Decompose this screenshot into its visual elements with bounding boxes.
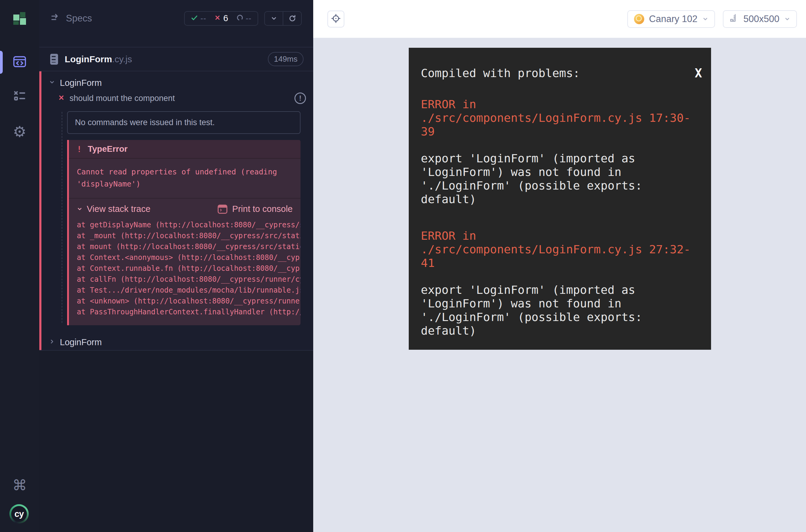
sidebar-item-specs[interactable] bbox=[0, 48, 39, 77]
test-title: should mount the component bbox=[70, 94, 175, 103]
suite-label: LoginForm bbox=[60, 78, 102, 88]
panel-empty-area bbox=[39, 350, 313, 532]
stat-failed: 6 bbox=[214, 13, 228, 23]
webpack-error-overlay: Compiled with problems: X ERROR in ./src… bbox=[409, 48, 711, 350]
passed-count: -- bbox=[201, 14, 206, 23]
spec-duration-badge: 149ms bbox=[268, 52, 303, 66]
suite-row-loginform-collapsed[interactable]: LoginForm bbox=[39, 334, 313, 350]
stack-frame[interactable]: at PassThroughHandlerContext.finallyHand… bbox=[77, 306, 301, 317]
pending-circle-icon bbox=[237, 14, 243, 22]
stack-frame[interactable]: at Context.runnable.fn (http://localhost… bbox=[77, 263, 301, 274]
logo-square bbox=[20, 12, 25, 18]
console-icon bbox=[218, 205, 227, 214]
stat-pending: -- bbox=[237, 14, 251, 23]
spec-file-row[interactable]: LoginForm.cy.js 149ms bbox=[39, 48, 313, 71]
no-commands-text: No commands were issued in this test. bbox=[75, 118, 215, 127]
browser-label: Canary 102 bbox=[649, 14, 697, 24]
suite-row-loginform[interactable]: LoginForm bbox=[39, 75, 313, 91]
cy-logo-text: cy bbox=[11, 506, 27, 522]
logo-square bbox=[13, 15, 19, 21]
stack-frame[interactable]: at <unknown> (http://localhost:8080/__cy… bbox=[77, 296, 301, 306]
app-window: ⚙ ⌘ cy Specs bbox=[0, 0, 806, 532]
compile-error: ERROR in ./src/components/LoginForm.cy.j… bbox=[421, 98, 702, 206]
view-stack-trace-toggle[interactable]: View stack trace bbox=[77, 204, 151, 214]
spec-file-ext: .cy.js bbox=[112, 54, 132, 64]
code-window-icon bbox=[13, 55, 26, 69]
ruler-icon bbox=[730, 13, 738, 25]
compile-error-location: ERROR in ./src/components/LoginForm.cy.j… bbox=[421, 98, 702, 138]
chevron-down-icon bbox=[49, 79, 55, 87]
pending-count: -- bbox=[246, 14, 251, 23]
error-bang-icon: ! bbox=[77, 145, 82, 154]
crosshair-icon bbox=[331, 13, 341, 25]
overlay-close-button[interactable]: X bbox=[695, 66, 702, 80]
failed-suite-region: LoginForm should mount the component ! N… bbox=[39, 71, 313, 350]
stack-frame[interactable]: at _mount (http://localhost:8080/__cypre… bbox=[77, 230, 301, 241]
spec-file-name: LoginForm.cy.js bbox=[65, 54, 132, 64]
error-info-toggle[interactable]: ! bbox=[295, 93, 306, 104]
selector-playground-button[interactable] bbox=[327, 11, 344, 27]
stack-frame[interactable]: at Test.../driver/node_modules/mocha/lib… bbox=[77, 285, 301, 296]
chevron-down-icon bbox=[702, 14, 708, 24]
error-message: Cannot read properties of undefined (rea… bbox=[69, 159, 301, 198]
fail-x-icon bbox=[58, 94, 65, 102]
run-stats[interactable]: -- 6 -- bbox=[184, 11, 258, 26]
spec-switch-icon bbox=[50, 13, 60, 24]
print-to-console-label: Print to console bbox=[232, 204, 293, 214]
failed-count: 6 bbox=[223, 13, 228, 23]
runner-topbar: Canary 102 500x500 bbox=[313, 0, 806, 38]
command-icon: ⌘ bbox=[13, 478, 27, 493]
viewport-select-button[interactable]: 500x500 bbox=[723, 10, 797, 28]
error-panel: ! TypeError Cannot read properties of un… bbox=[67, 140, 301, 325]
header-buttons bbox=[264, 11, 302, 26]
error-controls: View stack trace Print to console bbox=[69, 198, 301, 218]
chevron-right-icon bbox=[49, 339, 55, 346]
active-indicator bbox=[0, 51, 3, 74]
sidebar-item-settings[interactable]: ⚙ bbox=[0, 117, 39, 146]
view-stack-trace-label: View stack trace bbox=[87, 204, 151, 214]
stack-frame[interactable]: at callFn (http://localhost:8080/__cypre… bbox=[77, 274, 301, 285]
check-icon bbox=[191, 14, 198, 23]
stack-frame[interactable]: at mount (http://localhost:8080/__cypres… bbox=[77, 241, 301, 252]
error-header: ! TypeError bbox=[69, 140, 301, 159]
compile-error-message: export 'LoginForm' (imported as 'LoginFo… bbox=[421, 152, 702, 206]
keyboard-shortcuts-button[interactable]: ⌘ bbox=[0, 471, 39, 500]
stack-trace: at getDisplayName (http://localhost:8080… bbox=[69, 218, 301, 325]
logo-square bbox=[13, 21, 19, 25]
compile-error-message: export 'LoginForm' (imported as 'LoginFo… bbox=[421, 283, 702, 338]
spec-file-icon bbox=[50, 54, 58, 65]
compile-error-location: ERROR in ./src/components/LoginForm.cy.j… bbox=[421, 229, 702, 270]
test-row-failed[interactable]: should mount the component ! bbox=[39, 91, 313, 106]
stack-frame[interactable]: at getDisplayName (http://localhost:8080… bbox=[77, 220, 301, 230]
viewport-label: 500x500 bbox=[744, 14, 780, 24]
fail-x-icon bbox=[214, 15, 221, 22]
no-commands-box: No commands were issued in this test. bbox=[67, 111, 301, 134]
logo-square bbox=[20, 18, 26, 25]
cypress-logo[interactable] bbox=[13, 12, 26, 25]
stack-frame[interactable]: at Context.<anonymous> (http://localhost… bbox=[77, 252, 301, 263]
rerun-button[interactable] bbox=[283, 12, 301, 25]
collapse-all-button[interactable] bbox=[265, 12, 283, 25]
print-to-console-button[interactable]: Print to console bbox=[218, 204, 293, 214]
chrome-canary-icon bbox=[634, 14, 644, 24]
overlay-title: Compiled with problems: bbox=[421, 66, 580, 80]
test-list-icon bbox=[13, 90, 26, 104]
browser-select-button[interactable]: Canary 102 bbox=[627, 10, 715, 28]
stat-passed: -- bbox=[191, 14, 206, 23]
compile-error: ERROR in ./src/components/LoginForm.cy.j… bbox=[421, 229, 702, 338]
suite-label: LoginForm bbox=[60, 337, 102, 347]
test-attempt-block: No commands were issued in this test. ! … bbox=[67, 111, 301, 325]
panel-title: Specs bbox=[66, 13, 92, 24]
specs-panel: Specs -- 6 bbox=[39, 0, 313, 532]
sidebar-item-runs[interactable] bbox=[0, 82, 39, 111]
chevron-down-icon bbox=[784, 14, 790, 24]
exclamation-icon: ! bbox=[299, 94, 301, 102]
runner-area: Canary 102 500x500 bbox=[313, 0, 806, 532]
specs-panel-header: Specs -- 6 bbox=[39, 0, 313, 48]
gear-icon: ⚙ bbox=[13, 124, 26, 139]
icon-sidebar: ⚙ ⌘ cy bbox=[0, 0, 39, 532]
error-type: TypeError bbox=[88, 144, 128, 154]
cypress-cy-badge[interactable]: cy bbox=[10, 504, 29, 524]
